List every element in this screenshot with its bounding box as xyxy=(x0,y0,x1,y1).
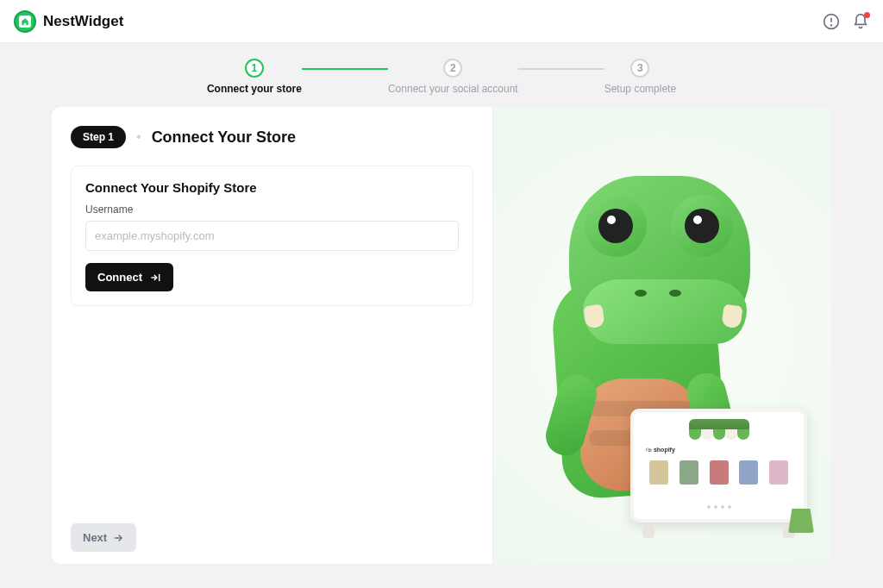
username-input[interactable] xyxy=(85,221,459,251)
alert-icon[interactable] xyxy=(823,13,840,30)
step-number: 1 xyxy=(245,59,264,78)
connect-button-label: Connect xyxy=(97,271,142,284)
step-label: Setup complete xyxy=(604,83,676,95)
stepper-connector xyxy=(518,68,604,70)
svg-point-2 xyxy=(831,24,832,25)
step-number: 2 xyxy=(443,59,462,78)
panel-header: Step 1 • Connect Your Store xyxy=(71,126,473,148)
step-badge: Step 1 xyxy=(71,126,126,148)
panel-footer: Next xyxy=(71,523,473,552)
separator-dot-icon: • xyxy=(136,129,141,145)
brand-name: NestWidget xyxy=(43,13,123,30)
header-icons xyxy=(823,13,869,30)
next-button[interactable]: Next xyxy=(71,523,136,552)
login-arrow-icon xyxy=(149,272,161,284)
panel-title: Connect Your Store xyxy=(152,128,296,147)
storefront-awning-icon xyxy=(689,419,749,441)
arrow-right-icon xyxy=(112,532,124,544)
stepper-step-2[interactable]: 2 Connect your social account xyxy=(388,59,518,95)
shopify-label: 🛍 shopify xyxy=(646,447,675,453)
brand-logo-icon xyxy=(14,10,36,33)
illustration-panel: 🛍 shopify xyxy=(493,107,831,564)
stepper-step-1[interactable]: 1 Connect your store xyxy=(207,59,302,95)
connect-form-card: Connect Your Shopify Store Username Conn… xyxy=(71,166,473,306)
mascot-illustration: 🛍 shopify xyxy=(533,176,792,547)
stepper-connector xyxy=(302,68,388,70)
onboarding-stepper: 1 Connect your store 2 Connect your soci… xyxy=(0,43,883,107)
stepper-step-3[interactable]: 3 Setup complete xyxy=(604,59,676,95)
username-label: Username xyxy=(85,203,459,216)
onboarding-card: Step 1 • Connect Your Store Connect Your… xyxy=(52,107,831,564)
form-panel: Step 1 • Connect Your Store Connect Your… xyxy=(52,107,493,564)
bell-icon[interactable] xyxy=(852,13,869,30)
connect-button[interactable]: Connect xyxy=(85,263,173,291)
step-label: Connect your store xyxy=(207,83,302,95)
notification-dot-icon xyxy=(864,12,870,18)
step-number: 3 xyxy=(630,59,649,78)
laptop-illustration: 🛍 shopify xyxy=(630,409,807,538)
app-header: NestWidget xyxy=(0,0,883,43)
step-label: Connect your social account xyxy=(388,83,518,95)
form-title: Connect Your Shopify Store xyxy=(85,180,459,195)
brand[interactable]: NestWidget xyxy=(14,10,123,33)
next-button-label: Next xyxy=(83,531,107,544)
